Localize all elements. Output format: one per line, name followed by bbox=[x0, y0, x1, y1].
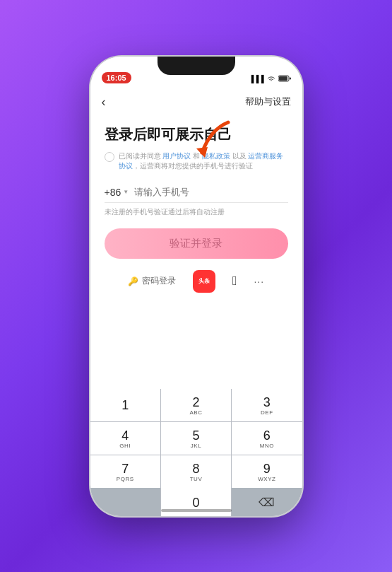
more-icon: ··· bbox=[254, 276, 264, 287]
country-code-value: +86 bbox=[105, 187, 121, 198]
agreement-row: 已阅读并同意 用户协议 和 隐私政策 以及 运营商服务协议，运营商将对您提供的手… bbox=[105, 151, 288, 171]
agreement-text: 已阅读并同意 用户协议 和 隐私政策 以及 运营商服务协议，运营商将对您提供的手… bbox=[119, 151, 288, 171]
password-login-label: 密码登录 bbox=[142, 275, 176, 287]
carrier-agreement-link[interactable]: 运营商服务协议 bbox=[119, 152, 284, 170]
keyboard-bottom-row: 0 ⌫ bbox=[90, 488, 302, 516]
delete-key[interactable]: ⌫ bbox=[232, 488, 302, 516]
keyboard: 1 2 ABC 3 DEF 4 GHI 5 JKL bbox=[90, 389, 302, 516]
delete-icon: ⌫ bbox=[259, 496, 275, 509]
main-content: 登录后即可展示自己 已阅读并同意 用户协议 和 隐私政策 以及 运营商服务协议，… bbox=[90, 114, 302, 293]
other-logins: 🔑 密码登录 头条  ··· bbox=[105, 270, 288, 293]
key-9[interactable]: 9 WXYZ bbox=[232, 455, 302, 488]
key-8[interactable]: 8 TUV bbox=[161, 455, 231, 488]
page-title: 登录后即可展示自己 bbox=[105, 125, 288, 144]
verify-login-button[interactable]: 验证并登录 bbox=[105, 228, 288, 259]
battery-icon bbox=[278, 75, 291, 83]
password-login-option[interactable]: 🔑 密码登录 bbox=[128, 275, 176, 287]
home-indicator bbox=[161, 509, 232, 512]
country-code-selector[interactable]: +86 ▼ bbox=[105, 187, 129, 198]
keyboard-grid: 1 2 ABC 3 DEF 4 GHI 5 JKL bbox=[90, 389, 302, 488]
signal-icon: ▐▐▐ bbox=[249, 75, 263, 83]
hint-text: 未注册的手机号验证通过后将自动注册 bbox=[105, 207, 288, 217]
notch bbox=[158, 57, 235, 75]
chevron-down-icon: ▼ bbox=[123, 189, 129, 195]
wifi-icon bbox=[267, 75, 275, 83]
nav-bar: ‹ 帮助与设置 bbox=[90, 88, 302, 114]
phone-input-row: +86 ▼ bbox=[105, 182, 288, 203]
key-6[interactable]: 6 MNO bbox=[232, 422, 302, 455]
more-login-option[interactable]: ··· bbox=[254, 276, 264, 287]
lock-icon: 🔑 bbox=[128, 276, 138, 286]
key-3[interactable]: 3 DEF bbox=[232, 389, 302, 421]
status-time: 16:05 bbox=[102, 72, 131, 83]
status-icons: ▐▐▐ bbox=[249, 75, 290, 83]
toutiao-login-option[interactable]: 头条 bbox=[193, 270, 215, 293]
apple-icon:  bbox=[232, 274, 237, 288]
back-button[interactable]: ‹ bbox=[102, 95, 106, 110]
key-empty-left bbox=[90, 488, 160, 516]
key-1[interactable]: 1 bbox=[90, 389, 160, 421]
user-agreement-link[interactable]: 用户协议 bbox=[162, 152, 191, 160]
key-4[interactable]: 4 GHI bbox=[90, 422, 160, 455]
apple-login-option[interactable]:  bbox=[232, 274, 237, 288]
svg-rect-1 bbox=[279, 76, 287, 81]
phone-frame: 16:05 ▐▐▐ ‹ 帮助与设置 bbox=[90, 57, 302, 516]
privacy-policy-link[interactable]: 隐私政策 bbox=[202, 152, 230, 160]
key-2[interactable]: 2 ABC bbox=[161, 389, 231, 421]
key-5[interactable]: 5 JKL bbox=[161, 422, 231, 455]
screen: ‹ 帮助与设置 登录后即可展示自己 已阅读并同意 用户协议 和 隐私政策 以及 … bbox=[90, 88, 302, 516]
phone-input[interactable] bbox=[134, 187, 287, 197]
svg-rect-2 bbox=[290, 77, 291, 79]
nav-title: 帮助与设置 bbox=[245, 95, 291, 108]
key-0[interactable]: 0 bbox=[161, 488, 231, 516]
toutiao-icon: 头条 bbox=[193, 270, 215, 293]
key-7[interactable]: 7 PQRS bbox=[90, 455, 160, 488]
agreement-checkbox[interactable] bbox=[105, 152, 114, 162]
